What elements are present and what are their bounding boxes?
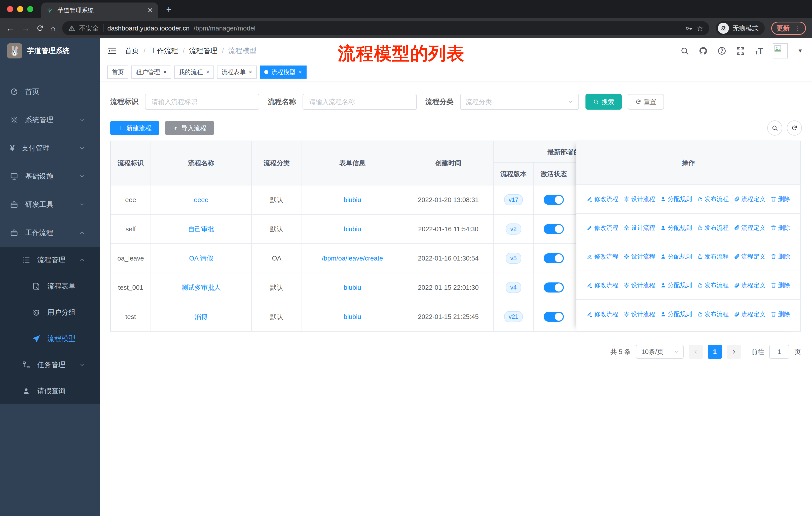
breadcrumb-item[interactable]: 流程管理	[189, 46, 218, 56]
action-design[interactable]: 设计流程	[624, 281, 655, 289]
action-assign[interactable]: 分配规则	[660, 224, 692, 232]
tag-close-icon[interactable]: ×	[163, 69, 167, 76]
active-toggle[interactable]	[544, 224, 564, 234]
action-design[interactable]: 设计流程	[624, 224, 655, 232]
sidebar-item-home[interactable]: 首页	[0, 78, 100, 106]
reload-icon[interactable]	[36, 24, 44, 32]
sidebar-item-task-mgmt[interactable]: 任务管理	[0, 352, 100, 378]
home-icon[interactable]: ⌂	[50, 23, 56, 33]
search-icon[interactable]	[680, 46, 689, 55]
process-name-link[interactable]: 自己审批	[188, 225, 214, 234]
active-toggle[interactable]	[544, 282, 564, 293]
tag-tenant[interactable]: 租户管理×	[132, 65, 171, 79]
action-definition[interactable]: 流程定义	[734, 224, 765, 232]
tab-close-icon[interactable]: ✕	[147, 6, 153, 15]
active-toggle[interactable]	[544, 312, 564, 322]
form-link[interactable]: biubiu	[344, 284, 361, 292]
sidebar-item-process-model[interactable]: 流程模型	[0, 326, 100, 352]
tag-close-icon[interactable]: ×	[249, 69, 252, 76]
breadcrumb-item[interactable]: 工作流程	[150, 46, 178, 56]
forward-icon[interactable]: →	[21, 23, 30, 33]
bookmark-star-icon[interactable]: ☆	[696, 24, 703, 33]
action-publish[interactable]: 发布流程	[697, 224, 729, 232]
process-name-link[interactable]: eeee	[194, 196, 208, 204]
action-modify[interactable]: 修改流程	[587, 224, 618, 232]
active-toggle[interactable]	[544, 253, 564, 263]
tag-my-process[interactable]: 我的流程×	[174, 65, 214, 79]
form-link[interactable]: /bpm/oa/leave/create	[322, 254, 383, 262]
action-modify[interactable]: 修改流程	[587, 195, 618, 203]
tag-process-form[interactable]: 流程表单×	[217, 65, 257, 79]
sidebar-item-devtools[interactable]: 研发工具	[0, 190, 100, 219]
maximize-window-button[interactable]	[27, 6, 33, 12]
import-process-button[interactable]: 导入流程	[165, 121, 214, 135]
reset-button[interactable]: 重置	[628, 94, 664, 110]
filter-category-select[interactable]: 流程分类	[460, 94, 579, 110]
search-button[interactable]: 搜索	[585, 94, 622, 110]
action-modify[interactable]: 修改流程	[587, 252, 618, 261]
sidebar-item-process-mgmt[interactable]: 流程管理	[0, 247, 100, 273]
sidebar-item-leave-query[interactable]: 请假查询	[0, 378, 100, 404]
refresh-table-button[interactable]	[787, 120, 802, 136]
tag-close-icon[interactable]: ×	[298, 69, 302, 76]
tag-process-model[interactable]: 流程模型×	[260, 65, 307, 79]
browser-tab[interactable]: 芋道管理系统 ✕	[41, 2, 158, 18]
action-design[interactable]: 设计流程	[624, 195, 655, 203]
goto-page-input[interactable]	[769, 345, 789, 359]
action-assign[interactable]: 分配规则	[660, 281, 692, 289]
next-page-button[interactable]	[727, 345, 741, 359]
action-delete[interactable]: 删除	[771, 252, 790, 261]
process-name-link[interactable]: 测试多审批人	[181, 283, 221, 292]
action-design[interactable]: 设计流程	[624, 252, 655, 261]
chevron-down-icon[interactable]: ▼	[798, 48, 803, 54]
sidebar-toggle-icon[interactable]	[107, 46, 117, 56]
action-publish[interactable]: 发布流程	[697, 252, 729, 261]
form-link[interactable]: biubiu	[344, 313, 361, 321]
form-link[interactable]: biubiu	[344, 196, 361, 204]
menu-kebab-icon[interactable]	[794, 25, 801, 32]
fullscreen-icon[interactable]	[736, 46, 745, 55]
process-name-link[interactable]: 滔博	[195, 313, 208, 321]
page-size-select[interactable]: 10条/页	[636, 345, 684, 359]
action-definition[interactable]: 流程定义	[734, 310, 765, 318]
sidebar-item-payment[interactable]: ¥支付管理	[0, 134, 100, 162]
filter-key-input[interactable]	[145, 94, 259, 110]
action-design[interactable]: 设计流程	[624, 310, 655, 318]
tag-close-icon[interactable]: ×	[206, 69, 209, 76]
filter-name-input[interactable]	[302, 94, 417, 110]
github-icon[interactable]	[699, 46, 708, 55]
current-page[interactable]: 1	[708, 345, 722, 359]
action-assign[interactable]: 分配规则	[660, 252, 692, 261]
url-field[interactable]: 不安全 dashboard.yudao.iocoder.cn/bpm/manag…	[62, 21, 709, 35]
minimize-window-button[interactable]	[17, 6, 23, 12]
action-delete[interactable]: 删除	[771, 224, 790, 232]
tag-home[interactable]: 首页	[107, 65, 128, 79]
prev-page-button[interactable]	[689, 345, 703, 359]
action-definition[interactable]: 流程定义	[734, 281, 765, 289]
action-modify[interactable]: 修改流程	[587, 281, 618, 289]
avatar[interactable]	[773, 43, 788, 58]
action-delete[interactable]: 删除	[771, 195, 790, 203]
close-window-button[interactable]	[7, 6, 13, 12]
sidebar-item-system[interactable]: 系统管理	[0, 106, 100, 134]
back-icon[interactable]: ←	[6, 23, 14, 33]
action-definition[interactable]: 流程定义	[734, 252, 765, 261]
action-publish[interactable]: 发布流程	[697, 310, 729, 318]
action-publish[interactable]: 发布流程	[697, 281, 729, 289]
form-link[interactable]: biubiu	[344, 225, 361, 233]
action-delete[interactable]: 删除	[771, 310, 790, 318]
active-toggle[interactable]	[544, 195, 564, 205]
process-name-link[interactable]: OA 请假	[189, 254, 213, 263]
toggle-search-button[interactable]	[767, 120, 782, 136]
sidebar-item-infra[interactable]: 基础设施	[0, 162, 100, 190]
sidebar-item-user-group[interactable]: 用户分组	[0, 299, 100, 326]
sidebar-item-process-form[interactable]: 流程表单	[0, 273, 100, 299]
action-assign[interactable]: 分配规则	[660, 310, 692, 318]
action-delete[interactable]: 删除	[771, 281, 790, 289]
app-logo-row[interactable]: 🐰 芋道管理系统	[0, 38, 100, 63]
create-process-button[interactable]: 新建流程	[110, 121, 159, 135]
sidebar-item-workflow[interactable]: 工作流程	[0, 219, 100, 247]
action-definition[interactable]: 流程定义	[734, 195, 765, 203]
font-size-icon[interactable]: TT	[755, 46, 763, 56]
help-icon[interactable]	[717, 46, 726, 55]
